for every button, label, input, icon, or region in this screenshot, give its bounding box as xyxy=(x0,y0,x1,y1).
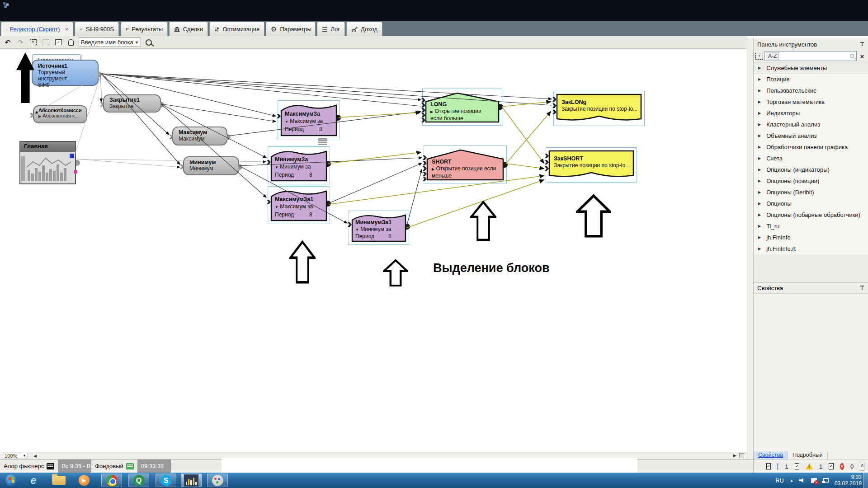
expand-arrow-icon[interactable]: ▶ xyxy=(758,145,761,149)
category-item[interactable]: ▶Опционы (Deribit) xyxy=(754,187,868,198)
output-port[interactable] xyxy=(499,104,503,110)
block-maksimum[interactable]: Максимум Максимум xyxy=(172,127,227,145)
taskbar-skype[interactable]: S xyxy=(156,474,176,487)
category-item[interactable]: ▶Кластерный анализ xyxy=(754,119,868,130)
output-port[interactable] xyxy=(337,115,341,121)
input-port[interactable] xyxy=(30,113,34,117)
block-long[interactable]: LONG ▶ Открытие позиции если больше xyxy=(425,91,500,123)
tray-expand-icon[interactable]: ▲ xyxy=(790,479,793,483)
expand-arrow-icon[interactable]: ▶ xyxy=(758,134,761,138)
taskbar-ie[interactable]: e xyxy=(25,474,42,487)
output-port[interactable] xyxy=(98,71,102,77)
output-port[interactable] xyxy=(504,162,508,168)
select-mode-button[interactable]: + xyxy=(755,53,763,60)
category-item[interactable]: ▶Торговая математика xyxy=(754,96,868,108)
collapsed-params-icon[interactable] xyxy=(318,138,327,145)
start-button[interactable] xyxy=(4,474,20,487)
scroll-right-icon[interactable]: ▶ xyxy=(733,453,736,458)
canvas-vscrollbar[interactable] xyxy=(747,38,753,459)
pan-button[interactable] xyxy=(66,38,76,47)
expander-icon[interactable]: ▼ xyxy=(275,165,278,169)
block-minimum[interactable]: Минимум Минимум xyxy=(183,156,239,175)
fit-view-button[interactable] xyxy=(739,453,744,458)
category-item[interactable]: ▶Индикаторы xyxy=(754,108,868,119)
param-value[interactable]: 8 xyxy=(309,172,312,178)
taskbar-quik[interactable]: Q xyxy=(128,474,149,487)
block-name-combobox[interactable]: Введите имя блока ▼ xyxy=(79,38,141,47)
taskbar-explorer[interactable] xyxy=(50,474,68,487)
block-maksimumza1[interactable]: МаксимумЗа1 ▼ Максимум за Период 8 xyxy=(270,189,327,221)
expander-icon[interactable]: ▶ xyxy=(38,114,41,118)
search-block-button[interactable] xyxy=(144,38,154,47)
block-abskomissi[interactable]: АбсолютКомисси ▶ Абсолютная к... xyxy=(33,105,87,123)
expander-icon[interactable]: ▶ xyxy=(432,167,434,171)
input-port[interactable] xyxy=(169,135,173,139)
block-zakrytie1[interactable]: Закрытие1 Закрытие xyxy=(103,94,161,113)
tab-close-icon[interactable]: × xyxy=(65,26,68,33)
tab-results[interactable]: Результаты xyxy=(121,22,168,36)
clear-search-button[interactable]: × xyxy=(858,52,866,60)
checklist-button[interactable]: ✓ xyxy=(53,38,63,47)
block-minimumza[interactable]: МинимумЗа ▼ Минимум за Период 8 xyxy=(270,149,327,182)
warning-checkbox[interactable]: ✓ xyxy=(795,463,799,469)
show-desktop-button[interactable] xyxy=(863,473,868,488)
param-value[interactable]: 8 xyxy=(388,233,392,239)
expand-arrow-icon[interactable]: ▶ xyxy=(758,235,761,239)
taskbar-paint[interactable] xyxy=(207,474,228,487)
expander-icon[interactable]: ▶ xyxy=(430,110,433,114)
output-port[interactable] xyxy=(327,161,331,167)
tab-log[interactable]: ☰ Лог xyxy=(317,22,345,36)
category-item[interactable]: ▶jh.FinInfo.rt xyxy=(754,243,868,254)
expand-arrow-icon[interactable]: ▶ xyxy=(758,247,761,251)
language-indicator[interactable]: RU xyxy=(775,477,784,484)
category-item[interactable]: ▶Опционы (индикаторы) xyxy=(754,164,868,175)
expand-arrow-icon[interactable]: ▶ xyxy=(758,168,761,172)
expand-arrow-icon[interactable]: ▶ xyxy=(758,77,761,81)
tab-detailed[interactable]: Подробный xyxy=(788,451,828,460)
input-port[interactable] xyxy=(180,164,184,169)
block-minimumza1[interactable]: МинимумЗа1 ▼ Минимум за Период 8 xyxy=(351,213,406,242)
category-item[interactable]: ▶Позиция xyxy=(754,74,868,85)
tab-sih9[interactable]: SiH9:900S xyxy=(75,22,119,36)
block-glavnaya[interactable]: Главная xyxy=(19,141,76,184)
action-center-icon[interactable] xyxy=(811,478,817,483)
expand-arrow-icon[interactable]: ▶ xyxy=(758,156,761,160)
pin-icon[interactable] xyxy=(860,42,864,47)
scroll-left-icon[interactable]: ◀ xyxy=(33,454,37,458)
group-button[interactable] xyxy=(41,38,51,47)
category-item[interactable]: ▶Опционы xyxy=(754,198,868,209)
redo-button[interactable]: ↷ xyxy=(15,38,25,47)
zoom-select[interactable]: 100% ▼ xyxy=(3,453,28,459)
block-zaklong[interactable]: ЗакLONg Закрытие позиции по stop-lo... xyxy=(556,94,642,123)
tab-optimization[interactable]: Оптимизация xyxy=(209,22,264,36)
block-maksimumza[interactable]: МаксимумЗа ▼ Максимум за Период 8 xyxy=(280,103,337,136)
output-port[interactable] xyxy=(327,201,331,206)
network-icon[interactable] xyxy=(823,478,829,483)
tab-deals[interactable]: Сделки xyxy=(169,22,208,36)
taskbar-chrome[interactable] xyxy=(101,474,122,487)
block-zakshort[interactable]: ЗакSHORT Закрытие позиции по stop-lo... xyxy=(548,150,634,180)
category-item[interactable]: ▶Опционы (позиции) xyxy=(754,175,868,187)
category-item[interactable]: ▶Счета xyxy=(754,153,868,164)
category-item[interactable]: ▶Пользовательские xyxy=(754,85,868,96)
tab-parameters[interactable]: ⚙ Параметры xyxy=(266,22,316,36)
taskbar-tslab[interactable] xyxy=(181,474,202,487)
output-port[interactable] xyxy=(406,224,410,230)
category-item[interactable]: ▶jh.FinInfo xyxy=(754,232,868,243)
category-item[interactable]: ▶Служебные элементы xyxy=(754,62,868,74)
block-short[interactable]: SHORT ▶ Открытие позиции если меньше xyxy=(426,148,504,181)
panel-handle-blue[interactable] xyxy=(70,154,74,158)
undo-button[interactable]: ↶ xyxy=(3,38,13,47)
category-item[interactable]: ▶Опционы (побарные обработчики) xyxy=(754,209,868,221)
toolbox-search-input[interactable]: A-Z xyxy=(764,51,857,61)
category-item[interactable]: ▶Ti_ru xyxy=(754,221,868,232)
expand-arrow-icon[interactable]: ▶ xyxy=(758,190,761,194)
volume-icon[interactable] xyxy=(799,478,805,483)
collapse-button[interactable]: ∧ xyxy=(860,462,864,471)
expand-arrow-icon[interactable]: ▶ xyxy=(758,213,761,217)
category-item[interactable]: ▶Обработчики панели графика xyxy=(754,141,868,153)
param-value[interactable]: 8 xyxy=(309,211,312,218)
error-checkbox[interactable]: ✓ xyxy=(829,463,833,469)
expand-arrow-icon[interactable]: ▶ xyxy=(758,179,761,183)
param-value[interactable]: 8 xyxy=(319,126,322,132)
